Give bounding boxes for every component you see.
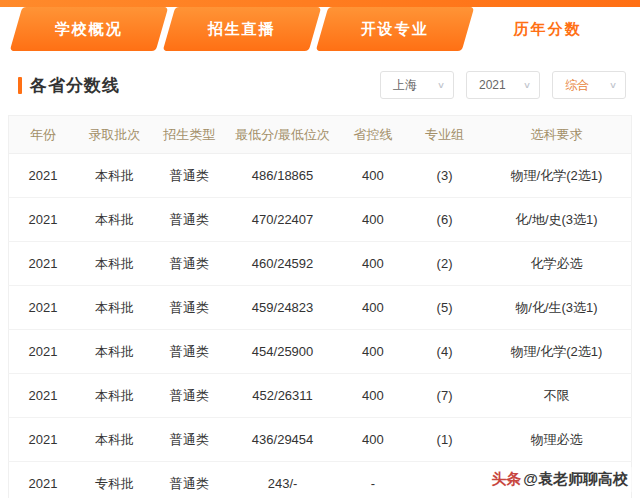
table-cell: 400 xyxy=(339,286,408,330)
table-cell: 本科批 xyxy=(77,198,152,242)
filter-group: 上海 ∨ 2021 ∨ 综合 ∨ xyxy=(380,71,626,99)
table-cell: (1) xyxy=(407,418,482,462)
watermark-brand: 头条 xyxy=(491,470,521,487)
table-header-row: 年份 录取批次 招生类型 最低分/最低位次 省控线 专业组 选科要求 xyxy=(9,116,632,154)
table-cell: 化学必选 xyxy=(482,242,632,286)
tab-label: 招生直播 xyxy=(208,20,276,39)
table-cell: 普通类 xyxy=(152,330,227,374)
table-cell: 本科批 xyxy=(77,154,152,198)
table-cell: 2021 xyxy=(9,154,78,198)
table-cell: 本科批 xyxy=(77,286,152,330)
year-select[interactable]: 2021 ∨ xyxy=(466,71,540,99)
col-header-year: 年份 xyxy=(9,116,78,154)
tab-bar: 学校概况 招生直播 开设专业 历年分数 xyxy=(0,7,640,51)
table-cell: 本科批 xyxy=(77,242,152,286)
table-cell: 专科批 xyxy=(77,462,152,498)
table-cell: 普通类 xyxy=(152,418,227,462)
table-cell: 物/化/生(3选1) xyxy=(482,286,632,330)
table-cell: 本科批 xyxy=(77,418,152,462)
watermark-handle: @袁老师聊高校 xyxy=(523,470,628,487)
table-cell: 2021 xyxy=(9,462,78,498)
scores-table-wrap: 年份 录取批次 招生类型 最低分/最低位次 省控线 专业组 选科要求 2021本… xyxy=(0,115,640,498)
table-cell: 400 xyxy=(339,330,408,374)
table-cell: 400 xyxy=(339,154,408,198)
table-cell: 普通类 xyxy=(152,286,227,330)
subject-type-select-value: 综合 xyxy=(565,77,589,94)
table-cell: (7) xyxy=(407,374,482,418)
table-cell: 400 xyxy=(339,198,408,242)
table-cell: 460/24592 xyxy=(227,242,339,286)
table-cell: 2021 xyxy=(9,242,78,286)
table-cell: (3) xyxy=(407,154,482,198)
table-cell: 2021 xyxy=(9,198,78,242)
table-cell: 400 xyxy=(339,374,408,418)
chevron-down-icon: ∨ xyxy=(523,80,531,90)
col-header-admission-batch: 录取批次 xyxy=(77,116,152,154)
table-cell: - xyxy=(339,462,408,498)
year-select-value: 2021 xyxy=(479,78,506,92)
table-cell: (6) xyxy=(407,198,482,242)
table-cell: 物理/化学(2选1) xyxy=(482,154,632,198)
table-cell: 436/29454 xyxy=(227,418,339,462)
table-cell: 普通类 xyxy=(152,154,227,198)
table-cell: 400 xyxy=(339,418,408,462)
section-header: 各省分数线 上海 ∨ 2021 ∨ 综合 ∨ xyxy=(0,51,640,115)
tab-majors-offered[interactable]: 开设专业 xyxy=(316,7,475,51)
table-cell: 本科批 xyxy=(77,374,152,418)
province-select-value: 上海 xyxy=(393,77,417,94)
table-cell: 470/22407 xyxy=(227,198,339,242)
table-cell: 不限 xyxy=(482,374,632,418)
col-header-min-score-rank: 最低分/最低位次 xyxy=(227,116,339,154)
table-cell: (4) xyxy=(407,330,482,374)
table-cell: 400 xyxy=(339,242,408,286)
tab-label: 历年分数 xyxy=(514,20,582,39)
tab-admission-live[interactable]: 招生直播 xyxy=(163,7,322,51)
col-header-subject-requirements: 选科要求 xyxy=(482,116,632,154)
table-cell: 454/25900 xyxy=(227,330,339,374)
table-cell: 243/- xyxy=(227,462,339,498)
table-row: 2021本科批普通类454/25900400(4)物理/化学(2选1) xyxy=(9,330,632,374)
col-header-province-control-line: 省控线 xyxy=(339,116,408,154)
table-cell xyxy=(407,462,482,498)
watermark: 头条@袁老师聊高校 xyxy=(485,467,634,492)
table-body: 2021本科批普通类486/18865400(3)物理/化学(2选1)2021本… xyxy=(9,154,632,498)
table-cell: 2021 xyxy=(9,418,78,462)
table-row: 2021本科批普通类470/22407400(6)化/地/史(3选1) xyxy=(9,198,632,242)
province-select[interactable]: 上海 ∨ xyxy=(380,71,454,99)
title-accent-bar xyxy=(18,77,22,94)
chevron-down-icon: ∨ xyxy=(437,80,445,90)
col-header-admission-type: 招生类型 xyxy=(152,116,227,154)
table-cell: 物理/化学(2选1) xyxy=(482,330,632,374)
top-accent-bar xyxy=(0,0,640,7)
subject-type-select[interactable]: 综合 ∨ xyxy=(552,71,626,99)
table-cell: 2021 xyxy=(9,286,78,330)
table-cell: 物理必选 xyxy=(482,418,632,462)
table-row: 2021本科批普通类436/29454400(1)物理必选 xyxy=(9,418,632,462)
col-header-major-group: 专业组 xyxy=(407,116,482,154)
tab-label: 学校概况 xyxy=(55,20,123,39)
tab-historical-scores[interactable]: 历年分数 xyxy=(469,7,628,51)
table-cell: 普通类 xyxy=(152,374,227,418)
tab-school-overview[interactable]: 学校概况 xyxy=(10,7,169,51)
tab-label: 开设专业 xyxy=(361,20,429,39)
table-cell: 普通类 xyxy=(152,198,227,242)
table-row: 2021本科批普通类459/24823400(5)物/化/生(3选1) xyxy=(9,286,632,330)
table-cell: (2) xyxy=(407,242,482,286)
table-cell: 本科批 xyxy=(77,330,152,374)
table-cell: 2021 xyxy=(9,374,78,418)
table-row: 2021本科批普通类460/24592400(2)化学必选 xyxy=(9,242,632,286)
table-row: 2021本科批普通类452/26311400(7)不限 xyxy=(9,374,632,418)
table-cell: 化/地/史(3选1) xyxy=(482,198,632,242)
table-row: 2021本科批普通类486/18865400(3)物理/化学(2选1) xyxy=(9,154,632,198)
table-cell: 2021 xyxy=(9,330,78,374)
table-cell: 452/26311 xyxy=(227,374,339,418)
section-title: 各省分数线 xyxy=(30,74,120,97)
table-cell: (5) xyxy=(407,286,482,330)
scores-table: 年份 录取批次 招生类型 最低分/最低位次 省控线 专业组 选科要求 2021本… xyxy=(8,115,632,498)
table-cell: 459/24823 xyxy=(227,286,339,330)
table-cell: 普通类 xyxy=(152,242,227,286)
section-title-wrap: 各省分数线 xyxy=(18,74,120,97)
table-cell: 普通类 xyxy=(152,462,227,498)
table-cell: 486/18865 xyxy=(227,154,339,198)
chevron-down-icon: ∨ xyxy=(609,80,617,90)
